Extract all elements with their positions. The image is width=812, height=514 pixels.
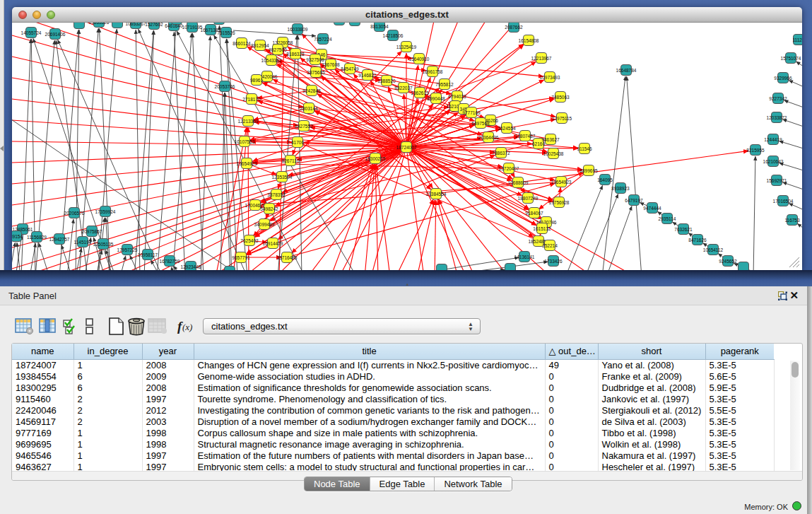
svg-text:9242848: 9242848 — [302, 88, 321, 93]
svg-text:8186328: 8186328 — [286, 52, 305, 57]
svg-text:9329966: 9329966 — [774, 76, 792, 81]
svg-text:19654923: 19654923 — [551, 180, 572, 185]
svg-text:19654923: 19654923 — [237, 161, 257, 166]
svg-text:12033872: 12033872 — [767, 115, 787, 120]
svg-text:12213369: 12213369 — [238, 119, 259, 124]
svg-text:6479197: 6479197 — [625, 198, 643, 203]
svg-text:17359924: 17359924 — [95, 209, 116, 214]
svg-text:12213967: 12213967 — [531, 56, 552, 61]
svg-text:12942757: 12942757 — [49, 237, 70, 242]
svg-text:16914479: 16914479 — [263, 241, 283, 246]
svg-text:8813054: 8813054 — [370, 24, 389, 29]
svg-text:16033809: 16033809 — [288, 27, 308, 32]
svg-text:7515526: 7515526 — [217, 30, 235, 35]
svg-text:8899695: 8899695 — [579, 168, 598, 173]
svg-text:15692971: 15692971 — [767, 178, 787, 183]
svg-text:17957225: 17957225 — [117, 247, 138, 252]
svg-text:14218506: 14218506 — [383, 33, 404, 38]
svg-text:8471626: 8471626 — [688, 238, 707, 243]
svg-text:11124: 11124 — [792, 37, 802, 42]
svg-text:7485063: 7485063 — [551, 95, 570, 100]
svg-text:2718170: 2718170 — [242, 97, 261, 102]
svg-text:16782759: 16782759 — [160, 259, 180, 264]
svg-text:11156829: 11156829 — [27, 235, 47, 240]
svg-text:1244419: 1244419 — [764, 137, 782, 142]
svg-text:34099489: 34099489 — [254, 222, 275, 227]
svg-text:8215955: 8215955 — [746, 148, 765, 153]
svg-text:19384554: 19384554 — [426, 192, 447, 197]
svg-text:3875685: 3875685 — [307, 70, 325, 75]
svg-text:2803144: 2803144 — [300, 106, 318, 111]
svg-text:14136141: 14136141 — [514, 255, 535, 259]
svg-text:911546: 911546 — [577, 146, 592, 151]
svg-text:16961758: 16961758 — [423, 69, 443, 74]
svg-text:9227342: 9227342 — [769, 96, 787, 101]
svg-text:15300215: 15300215 — [365, 156, 386, 161]
svg-text:10025438: 10025438 — [543, 151, 564, 156]
svg-text:15716485: 15716485 — [277, 255, 298, 260]
svg-text:9184067: 9184067 — [525, 211, 543, 216]
svg-text:8267110: 8267110 — [282, 158, 300, 163]
svg-text:19653526: 19653526 — [89, 23, 110, 25]
svg-text:19756928: 19756928 — [549, 200, 570, 205]
svg-text:(x): (x) — [182, 322, 192, 332]
svg-text:20206576: 20206576 — [64, 211, 85, 216]
svg-text:6497568: 6497568 — [471, 121, 490, 126]
svg-text:12975115: 12975115 — [552, 116, 572, 121]
svg-text:8990448: 8990448 — [427, 96, 445, 101]
svg-text:8938923: 8938923 — [611, 186, 630, 191]
svg-text:16154808: 16154808 — [519, 38, 539, 43]
svg-text:2935114: 2935114 — [659, 216, 676, 221]
svg-text:12353594: 12353594 — [272, 175, 293, 180]
svg-text:15720407: 15720407 — [499, 166, 519, 171]
svg-text:9146821: 9146821 — [358, 73, 377, 78]
svg-text:9463627: 9463627 — [541, 137, 560, 142]
svg-text:10973493: 10973493 — [540, 75, 560, 80]
svg-text:3624554: 3624554 — [498, 126, 516, 131]
svg-text:6794028: 6794028 — [448, 94, 466, 99]
svg-text:20975857: 20975857 — [82, 229, 102, 234]
svg-text:10688609: 10688609 — [508, 180, 529, 185]
svg-text:1527602: 1527602 — [145, 23, 163, 27]
svg-text:15751074: 15751074 — [781, 56, 801, 61]
svg-text:98961: 98961 — [250, 78, 263, 83]
svg-text:8912954: 8912954 — [251, 43, 269, 48]
svg-text:16210643: 16210643 — [763, 159, 784, 164]
svg-text:8660124: 8660124 — [233, 41, 251, 46]
svg-text:9245652: 9245652 — [719, 259, 737, 264]
svg-text:17016504: 17016504 — [773, 199, 794, 204]
svg-text:7632621: 7632621 — [674, 227, 693, 232]
svg-text:8427552: 8427552 — [295, 124, 313, 129]
svg-text:9827500: 9827500 — [269, 47, 287, 52]
svg-text:7857224: 7857224 — [314, 37, 332, 42]
svg-text:1615132: 1615132 — [533, 226, 551, 231]
svg-text:10653267: 10653267 — [126, 23, 146, 26]
svg-text:252214: 252214 — [542, 243, 558, 248]
svg-text:3878352: 3878352 — [267, 192, 286, 197]
svg-text:1362615: 1362615 — [411, 90, 429, 95]
svg-text:1388520: 1388520 — [377, 78, 396, 83]
svg-text:9474444: 9474444 — [643, 206, 661, 211]
svg-text:10543382: 10543382 — [261, 58, 282, 63]
svg-text:12923448: 12923448 — [181, 264, 201, 269]
svg-text:2087662: 2087662 — [505, 25, 523, 30]
svg-text:15640910: 15640910 — [409, 57, 430, 62]
svg-text:1145194: 1145194 — [74, 240, 92, 245]
svg-text:20364436: 20364436 — [478, 135, 499, 140]
svg-text:5498242: 5498242 — [260, 206, 278, 211]
svg-text:7625402: 7625402 — [240, 238, 259, 243]
svg-text:18724007: 18724007 — [396, 145, 417, 150]
svg-text:10719195: 10719195 — [182, 25, 203, 30]
svg-text:7955812: 7955812 — [435, 82, 454, 87]
svg-text:18807249: 18807249 — [518, 196, 539, 201]
svg-text:10654112: 10654112 — [703, 247, 724, 252]
svg-text:7886372: 7886372 — [492, 151, 510, 156]
svg-text:14055724: 14055724 — [21, 30, 42, 35]
svg-text:9777169: 9777169 — [462, 110, 481, 115]
svg-text:20053746: 20053746 — [215, 84, 235, 89]
svg-text:12505135: 12505135 — [93, 242, 114, 247]
svg-text:16648784: 16648784 — [616, 68, 637, 73]
svg-text:9327508: 9327508 — [306, 57, 324, 62]
svg-text:9657791: 9657791 — [232, 255, 250, 260]
svg-text:8322037: 8322037 — [394, 86, 413, 90]
